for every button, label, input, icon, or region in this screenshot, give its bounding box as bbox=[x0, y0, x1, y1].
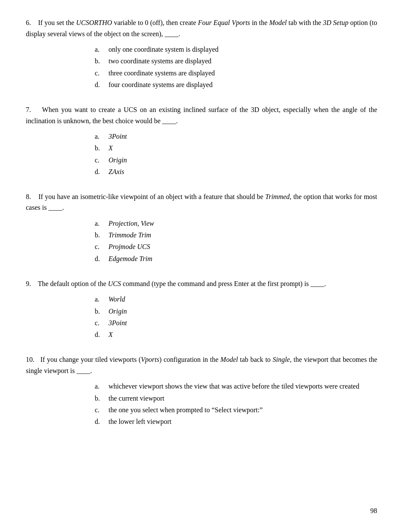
q10-option-c-letter: c. bbox=[95, 404, 108, 416]
q9-option-c-letter: c. bbox=[95, 317, 108, 329]
q7-option-a-text: 3Point bbox=[108, 131, 377, 142]
q8-option-b: b. Trimmode Trim bbox=[95, 229, 377, 241]
q9-option-a-text: World bbox=[108, 293, 377, 305]
q8-option-b-text: Trimmode Trim bbox=[108, 229, 377, 241]
question-6: 6. If you set the UCSORTHO variable to 0… bbox=[26, 17, 377, 90]
q9-option-a-letter: a. bbox=[95, 293, 108, 305]
question-9: 9. The default option of the UCS command… bbox=[26, 278, 377, 340]
q9-option-b-text: Origin bbox=[108, 305, 377, 317]
question-9-number: 9. bbox=[26, 280, 31, 287]
question-9-options: a. World b. Origin c. 3Point d. X bbox=[95, 293, 377, 340]
q7-option-c-letter: c. bbox=[95, 154, 108, 166]
q10-option-d: d. the lower left viewport bbox=[95, 416, 377, 427]
question-8-text: 8. If you have an isometric-like viewpoi… bbox=[26, 191, 377, 213]
q10-italic-vports: Vports bbox=[141, 356, 159, 363]
q9-option-d: d. X bbox=[95, 329, 377, 340]
q7-option-b-letter: b. bbox=[95, 142, 108, 154]
question-10-text: 10. If you change your tiled viewports (… bbox=[26, 354, 377, 376]
q7-option-c-text: Origin bbox=[108, 154, 377, 166]
q8-option-c-text: Projmode UCS bbox=[108, 241, 377, 252]
q8-option-d-letter: d. bbox=[95, 253, 108, 264]
q7-option-a-letter: a. bbox=[95, 131, 108, 142]
q10-option-c: c. the one you select when prompted to “… bbox=[95, 404, 377, 416]
question-6-number: 6. bbox=[26, 19, 31, 26]
q9-option-b: b. Origin bbox=[95, 305, 377, 317]
question-8-options: a. Projection, View b. Trimmode Trim c. … bbox=[95, 218, 377, 264]
q6-option-c-text: three coordinate systems are displayed bbox=[108, 67, 377, 79]
question-7-number: 7. bbox=[26, 106, 31, 113]
q8-option-a: a. Projection, View bbox=[95, 218, 377, 229]
question-8: 8. If you have an isometric-like viewpoi… bbox=[26, 191, 377, 264]
q10-option-b-text: the current viewport bbox=[108, 392, 377, 404]
q6-italic-model: Model bbox=[269, 19, 287, 26]
q9-option-b-letter: b. bbox=[95, 305, 108, 317]
q6-option-d-text: four coordinate systems are displayed bbox=[108, 79, 377, 90]
q8-option-d: d. Edgemode Trim bbox=[95, 253, 377, 264]
q8-option-b-letter: b. bbox=[95, 229, 108, 241]
question-7: 7. When you want to create a UCS on an e… bbox=[26, 104, 377, 177]
q9-italic-ucs: UCS bbox=[108, 280, 121, 287]
q7-option-b: b. X bbox=[95, 142, 377, 154]
q6-option-b-letter: b. bbox=[95, 55, 108, 67]
q6-option-c-letter: c. bbox=[95, 67, 108, 79]
q6-option-d: d. four coordinate systems are displayed bbox=[95, 79, 377, 90]
q9-option-d-letter: d. bbox=[95, 329, 108, 340]
q10-italic-single: Single bbox=[273, 356, 290, 363]
question-8-number: 8. bbox=[26, 193, 31, 200]
q7-option-b-text: X bbox=[108, 142, 377, 154]
q10-option-d-letter: d. bbox=[95, 416, 108, 427]
q7-option-a: a. 3Point bbox=[95, 131, 377, 142]
q6-option-a: a. only one coordinate system is display… bbox=[95, 44, 377, 55]
q9-option-a: a. World bbox=[95, 293, 377, 305]
q10-option-a-letter: a. bbox=[95, 380, 108, 392]
q8-option-a-letter: a. bbox=[95, 218, 108, 229]
q8-option-a-text: Projection, View bbox=[108, 218, 377, 229]
q7-option-d: d. ZAxis bbox=[95, 166, 377, 177]
q6-option-b: b. two coordinate systems are displayed bbox=[95, 55, 377, 67]
q7-option-c: c. Origin bbox=[95, 154, 377, 166]
q6-italic-ucsortho: UCSORTHO bbox=[76, 19, 112, 26]
q9-option-c-text: 3Point bbox=[108, 317, 377, 329]
question-6-text: 6. If you set the UCSORTHO variable to 0… bbox=[26, 17, 377, 39]
question-7-options: a. 3Point b. X c. Origin d. ZAxis bbox=[95, 131, 377, 177]
q10-option-b-letter: b. bbox=[95, 392, 108, 404]
q10-option-b: b. the current viewport bbox=[95, 392, 377, 404]
q10-option-a: a. whichever viewport shows the view tha… bbox=[95, 380, 377, 392]
question-9-text: 9. The default option of the UCS command… bbox=[26, 278, 377, 289]
q8-option-d-text: Edgemode Trim bbox=[108, 253, 377, 264]
q8-option-c: c. Projmode UCS bbox=[95, 241, 377, 252]
question-10-number: 10. bbox=[26, 356, 34, 363]
question-7-text: 7. When you want to create a UCS on an e… bbox=[26, 104, 377, 126]
q6-option-b-text: two coordinate systems are displayed bbox=[108, 55, 377, 67]
q6-option-d-letter: d. bbox=[95, 79, 108, 90]
q7-option-d-letter: d. bbox=[95, 166, 108, 177]
q10-option-a-text: whichever viewport shows the view that w… bbox=[108, 380, 377, 392]
q6-italic-fourequal: Four Equal Vports bbox=[198, 19, 250, 26]
q7-option-d-text: ZAxis bbox=[108, 166, 377, 177]
q9-option-d-text: X bbox=[108, 329, 377, 340]
question-10: 10. If you change your tiled viewports (… bbox=[26, 354, 377, 427]
q10-option-c-text: the one you select when prompted to “Sel… bbox=[108, 404, 377, 416]
q6-option-a-text: only one coordinate system is displayed bbox=[108, 44, 377, 55]
q9-option-c: c. 3Point bbox=[95, 317, 377, 329]
page-number: 98 bbox=[370, 507, 377, 515]
q10-italic-model: Model bbox=[220, 356, 238, 363]
question-6-options: a. only one coordinate system is display… bbox=[95, 44, 377, 90]
q6-option-c: c. three coordinate systems are displaye… bbox=[95, 67, 377, 79]
question-10-options-bcd: b. the current viewport c. the one you s… bbox=[95, 392, 377, 428]
q6-italic-3dsetup: 3D Setup bbox=[323, 19, 348, 26]
q10-option-d-text: the lower left viewport bbox=[108, 416, 377, 427]
q8-option-c-letter: c. bbox=[95, 241, 108, 252]
q8-italic-trimmed: Trimmed bbox=[265, 193, 290, 200]
q6-option-a-letter: a. bbox=[95, 44, 108, 55]
